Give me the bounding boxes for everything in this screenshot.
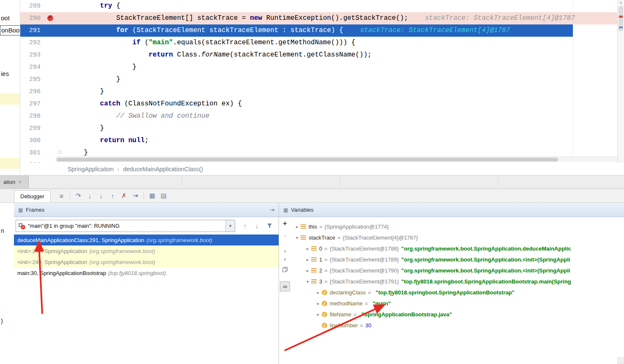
variable-row[interactable]: ▸fdeclaringClass="top.fjy8018.springboot…	[291, 287, 624, 298]
line-number[interactable]: 292	[20, 37, 41, 49]
filter-icon[interactable]	[267, 223, 272, 229]
chevron-right-icon[interactable]: ▸	[315, 290, 322, 295]
line-number[interactable]: 301	[20, 147, 41, 159]
code-line[interactable]: 299}	[20, 122, 617, 135]
variable-row[interactable]: ▸this={SpringApplication@1774}	[291, 221, 624, 232]
variable-row[interactable]: ▸2={StackTraceElement@1790}"org.springfr…	[291, 265, 624, 276]
watches-toggle-icon[interactable]: ∞	[280, 281, 290, 291]
variable-row[interactable]: flineNumber=30	[291, 320, 624, 331]
breadcrumb-item-class[interactable]: SpringApplication	[68, 166, 114, 173]
frame-up-icon[interactable]: ↑	[244, 223, 247, 229]
breadcrumb-item-method[interactable]: deduceMainApplicationClass()	[123, 166, 203, 173]
drop-frame-icon[interactable]: ✗	[118, 192, 130, 200]
line-number[interactable]: 300	[20, 135, 41, 147]
scrollbar-thumb[interactable]	[57, 158, 558, 162]
code-line[interactable]: 291for (StackTraceElement stackTraceElem…	[20, 24, 617, 37]
code-line[interactable]: 293return Class.forName(stackTraceElemen…	[20, 49, 617, 61]
variable-row[interactable]: ▸fmethodName="main"	[291, 298, 624, 309]
rail-fragment: )	[1, 318, 3, 324]
variables-toolbar: +−▲▼∞	[279, 217, 291, 364]
move-up-icon[interactable]: ▲	[283, 248, 287, 253]
tab-partial[interactable]: ation ×	[0, 175, 29, 189]
close-icon[interactable]: ×	[18, 179, 22, 185]
chevron-down-icon[interactable]: ▾	[293, 235, 301, 240]
editor-vertical-scrollbar[interactable]: ▲	[617, 0, 624, 163]
code-text: }	[68, 73, 617, 86]
code-line[interactable]: 290StackTraceElement[] stackTrace = new …	[20, 12, 617, 24]
code-line[interactable]: 300return null;	[20, 135, 617, 147]
editor-horizontal-scrollbar[interactable]	[56, 156, 617, 162]
menu-icon[interactable]: ≡	[56, 192, 67, 200]
code-line[interactable]: 296}	[20, 86, 617, 98]
panel-options-icon[interactable]: ⇥	[270, 207, 274, 213]
editor-lines: 289try {290StackTraceElement[] stackTrac…	[20, 0, 617, 163]
project-item-fragment-selected[interactable]: onBoot	[0, 25, 20, 35]
tool-window-tab-strip: ation ×	[0, 175, 624, 189]
tab-separator	[340, 177, 340, 187]
chevron-down-icon[interactable]: ▾	[304, 279, 311, 284]
breakpoint-icon[interactable]	[47, 15, 53, 21]
chevron-right-icon[interactable]: ▸	[315, 312, 322, 317]
frames-panel-header: ▦ Frames ⇥	[14, 203, 279, 217]
execution-stripe-mark[interactable]	[619, 27, 623, 28]
equals-sign: =	[360, 322, 363, 329]
chevron-right-icon[interactable]: ▸	[315, 301, 322, 306]
highlight-row	[0, 158, 20, 169]
code-line[interactable]: 292if ("main".equals(stackTraceElement.g…	[20, 37, 617, 49]
code-token: (stackTraceElement.getClassName());	[230, 51, 372, 59]
project-item-fragment[interactable]: oot	[1, 14, 10, 22]
line-number[interactable]: 295	[20, 73, 41, 86]
line-number[interactable]: 290	[20, 12, 41, 24]
frame-row[interactable]: main:30, SpringApplicationBootstrap(top.…	[14, 267, 279, 278]
breakpoint-stripe-mark[interactable]	[619, 16, 623, 18]
step-over-icon[interactable]: ↷	[73, 192, 84, 200]
chevron-right-icon[interactable]: ▸	[304, 246, 311, 251]
code-line[interactable]: 295}	[20, 73, 617, 86]
frame-row[interactable]: <init>:249, SpringApplication(org.spring…	[14, 256, 279, 267]
run-to-cursor-icon[interactable]: ⇥	[130, 192, 141, 200]
add-icon[interactable]: +	[283, 220, 287, 227]
remove-icon[interactable]: −	[283, 232, 287, 240]
code-line[interactable]: 294}	[20, 61, 617, 73]
variables-body: +−▲▼∞ ▸this={SpringApplication@1774}▾sta…	[279, 217, 624, 364]
variable-row[interactable]: ▾stackTrace={StackTraceElement[4]@1787}	[291, 232, 624, 243]
tab-debugger[interactable]: Debugger	[14, 190, 51, 202]
duplicate-icon[interactable]	[282, 267, 288, 272]
scroll-up-arrow-icon[interactable]: ▲	[618, 0, 624, 4]
line-number[interactable]: 293	[20, 49, 41, 61]
code-line[interactable]: 297catch (ClassNotFoundException ex) {	[20, 98, 617, 110]
variable-row[interactable]: ▾3={StackTraceElement@1791}"top.fjy8018.…	[291, 276, 624, 287]
code-line[interactable]: 298// Swallow and continue	[20, 110, 617, 122]
chevron-right-icon[interactable]: ▸	[293, 224, 301, 229]
layout-settings-icon[interactable]: ▤	[158, 192, 169, 200]
line-number[interactable]: 299	[20, 122, 41, 135]
move-down-icon[interactable]: ▼	[283, 257, 287, 262]
line-number[interactable]: 289	[20, 0, 41, 12]
field-icon: f	[322, 290, 327, 295]
line-number[interactable]: 294	[20, 61, 41, 73]
gutter-slot	[41, 0, 68, 12]
force-step-into-icon[interactable]: ↓	[95, 192, 107, 200]
line-number[interactable]: 291	[20, 24, 41, 37]
code-editor[interactable]: 289try {290StackTraceElement[] stackTrac…	[20, 0, 617, 163]
step-out-icon[interactable]: ↑	[107, 192, 118, 200]
thread-selector-dropdown[interactable]: ✓ "main"@1 in group "main": RUNNING ▾	[16, 220, 235, 232]
variable-row[interactable]: ▸1={StackTraceElement@1789}"org.springfr…	[291, 254, 624, 265]
chevron-right-icon[interactable]: ▸	[304, 257, 311, 262]
variable-row[interactable]: ▸0={StackTraceElement@1788}"org.springfr…	[291, 243, 624, 254]
frame-down-icon[interactable]: ↓	[255, 223, 259, 229]
project-item-fragment[interactable]: ies	[1, 70, 9, 77]
variable-row[interactable]: ▸ffileName="SpringApplicationBootstrap.j…	[291, 309, 624, 320]
evaluate-expression-icon[interactable]: ▦	[147, 192, 158, 200]
line-number[interactable]: 298	[20, 110, 41, 122]
line-number[interactable]: 302	[20, 159, 41, 163]
code-line[interactable]: 289try {	[20, 0, 617, 12]
line-number[interactable]: 296	[20, 86, 41, 98]
frame-row[interactable]: deduceMainApplicationClass:291, SpringAp…	[14, 235, 279, 245]
frame-row[interactable]: <init>:271, SpringApplication(org.spring…	[14, 245, 279, 256]
chevron-down-icon[interactable]: ▾	[225, 220, 235, 232]
value-bars-icon	[311, 257, 317, 262]
chevron-right-icon[interactable]: ▸	[304, 268, 311, 273]
line-number[interactable]: 297	[20, 98, 41, 110]
step-into-icon[interactable]: ↓	[84, 192, 95, 200]
